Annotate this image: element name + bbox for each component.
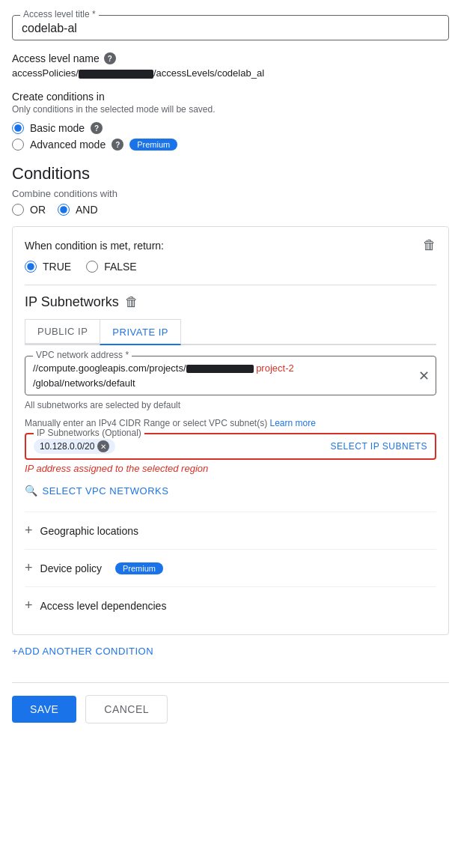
vpc-close-icon[interactable]: ✕ [418, 368, 430, 384]
access-level-name-help-icon[interactable]: ? [104, 52, 116, 64]
select-vpc-networks-button[interactable]: 🔍 SELECT VPC NETWORKS [25, 482, 168, 500]
vpc-value-suffix: /global/networks/default [33, 377, 135, 389]
ip-chip: 10.128.0.0/20 ✕ [34, 439, 115, 454]
create-conditions-label: Create conditions in [12, 91, 449, 103]
ip-subnetworks-header: IP Subnetworks 🗑 [25, 294, 436, 310]
ip-chips: 10.128.0.0/20 ✕ [34, 439, 115, 454]
add-another-condition-button[interactable]: +ADD ANOTHER CONDITION [12, 635, 153, 667]
device-policy-premium-badge: Premium [115, 562, 163, 574]
cidr-note: Manually enter an IPv4 CIDR Range or sel… [25, 418, 436, 428]
ip-tabs: PUBLIC IP PRIVATE IP [25, 319, 436, 345]
vpc-redacted [186, 365, 254, 373]
ip-subnetworks-section: IP Subnetworks 🗑 PUBLIC IP PRIVATE IP VP… [25, 294, 436, 500]
select-ip-subnets-button[interactable]: SELECT IP SUBNETS [331, 441, 427, 452]
learn-more-link[interactable]: Learn more [270, 418, 316, 428]
access-level-name-value: accessPolicies/ /accessLevels/codelab_al [12, 67, 449, 79]
delete-condition-icon[interactable]: 🗑 [423, 237, 436, 253]
ip-error-message: IP address assigned to the selected regi… [25, 463, 436, 474]
combine-or-label[interactable]: OR [30, 204, 46, 216]
select-vpc-label: SELECT VPC NETWORKS [43, 485, 169, 497]
return-false-radio[interactable] [86, 261, 98, 273]
access-level-title-group: Access level title * [12, 15, 449, 40]
combine-label: Combine conditions with [12, 188, 449, 199]
redacted-policy-id [79, 70, 153, 79]
create-conditions-group: Create conditions in Only conditions in … [12, 91, 449, 151]
ip-subnetworks-title: IP Subnetworks [25, 294, 119, 310]
true-false-row: TRUE FALSE [25, 261, 436, 273]
device-policy-expand-icon: + [25, 560, 33, 576]
true-radio-row: TRUE [25, 261, 71, 273]
vpc-network-address-value: //compute.googleapis.com/projects/ proje… [33, 361, 409, 390]
vpc-value-prefix: //compute.googleapis.com/projects/ [33, 362, 186, 374]
combine-and-radio[interactable] [58, 204, 70, 216]
geographic-expand-icon: + [25, 523, 33, 538]
chip-remove-icon[interactable]: ✕ [97, 440, 109, 452]
vpc-project-label: project-2 [256, 362, 294, 374]
tab-public-ip[interactable]: PUBLIC IP [25, 319, 100, 344]
access-level-name-label-row: Access level name ? [12, 52, 449, 64]
delete-ip-subnetworks-icon[interactable]: 🗑 [125, 294, 138, 310]
or-radio-row: OR [12, 204, 46, 216]
condition-box-header: When condition is met, return: 🗑 [25, 237, 436, 253]
save-button[interactable]: SAVE [12, 696, 76, 723]
return-false-label[interactable]: FALSE [104, 261, 137, 273]
geographic-locations-row[interactable]: + Geographic locations [25, 512, 436, 549]
vpc-network-address-label: VPC network address * [33, 350, 132, 360]
search-icon: 🔍 [25, 485, 38, 497]
return-true-label[interactable]: TRUE [43, 261, 71, 273]
advanced-mode-label[interactable]: Advanced mode [30, 139, 106, 151]
combine-row: OR AND [12, 204, 449, 216]
access-level-title-input[interactable] [22, 22, 439, 35]
return-true-radio[interactable] [25, 261, 37, 273]
and-radio-row: AND [58, 204, 98, 216]
access-level-dependencies-label: Access level dependencies [40, 600, 167, 612]
access-level-name-label: Access level name [12, 52, 100, 64]
all-subnetworks-note: All subnetworks are selected by default [25, 400, 436, 410]
combine-or-radio[interactable] [12, 204, 24, 216]
ip-subnets-field-label: IP Subnetworks (Optional) [34, 428, 144, 438]
action-row: SAVE CANCEL [12, 682, 449, 723]
chip-value: 10.128.0.0/20 [40, 441, 94, 452]
ip-subnets-field-wrapper: IP Subnetworks (Optional) 10.128.0.0/20 … [25, 433, 436, 460]
conditions-section: Conditions Combine conditions with OR AN… [12, 164, 449, 635]
vpc-network-address-wrapper: VPC network address * //compute.googleap… [25, 356, 436, 395]
combine-and-label[interactable]: AND [76, 204, 98, 216]
expandable-rows: + Geographic locations + Device policy P… [25, 512, 436, 624]
cancel-button[interactable]: CANCEL [85, 695, 168, 723]
access-level-dependencies-expand-icon: + [25, 598, 33, 613]
basic-mode-row: Basic mode ? [12, 122, 449, 134]
access-level-title-input-wrapper: Access level title * [12, 15, 449, 40]
advanced-mode-premium-badge: Premium [129, 139, 177, 151]
geographic-label: Geographic locations [40, 525, 139, 537]
tab-private-ip[interactable]: PRIVATE IP [100, 319, 181, 345]
access-level-dependencies-row[interactable]: + Access level dependencies [25, 586, 436, 624]
basic-mode-help-icon[interactable]: ? [91, 122, 103, 134]
condition-return-label: When condition is met, return: [25, 240, 164, 252]
device-policy-row[interactable]: + Device policy Premium [25, 549, 436, 586]
basic-mode-radio[interactable] [12, 122, 24, 134]
basic-mode-label[interactable]: Basic mode [30, 122, 85, 134]
conditions-title: Conditions [12, 164, 449, 183]
access-level-title-label: Access level title * [20, 9, 99, 19]
create-conditions-sublabel: Only conditions in the selected mode wil… [12, 104, 449, 115]
false-radio-row: FALSE [86, 261, 137, 273]
advanced-mode-help-icon[interactable]: ? [112, 139, 123, 151]
access-level-name-group: Access level name ? accessPolicies/ /acc… [12, 52, 449, 79]
cidr-note-text: Manually enter an IPv4 CIDR Range or sel… [25, 418, 267, 428]
condition-box: When condition is met, return: 🗑 TRUE FA… [12, 226, 449, 635]
device-policy-label: Device policy [40, 562, 102, 574]
condition-divider [25, 285, 436, 285]
advanced-mode-row: Advanced mode ? Premium [12, 139, 449, 151]
advanced-mode-radio[interactable] [12, 139, 24, 151]
